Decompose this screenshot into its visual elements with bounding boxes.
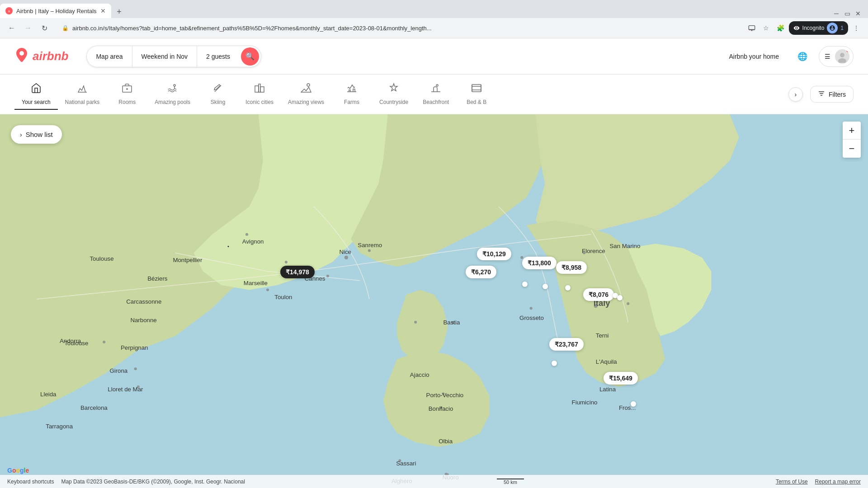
header: airbnb Map area Weekend in Nov 2 guests … — [0, 38, 868, 75]
menu-button[interactable]: ⋮ — [850, 22, 863, 34]
category-farms[interactable]: Farms — [331, 79, 372, 110]
category-iconic-cities[interactable]: Iconic cities — [238, 79, 281, 110]
category-amazing-pools[interactable]: Amazing pools — [147, 79, 198, 110]
svg-text:Perpignan: Perpignan — [121, 344, 148, 351]
svg-rect-15 — [472, 84, 481, 92]
dot-marker-6[interactable] — [631, 401, 636, 407]
category-label-rooms: Rooms — [118, 99, 136, 105]
report-error-link[interactable]: Report a map error — [815, 479, 861, 485]
price-marker-23767[interactable]: ₹23,767 — [549, 338, 584, 351]
price-marker-10129[interactable]: ₹10,129 — [477, 248, 511, 260]
terms-of-use-link[interactable]: Terms of Use — [776, 479, 808, 485]
dot-marker-3[interactable] — [565, 285, 571, 291]
svg-text:Andorra: Andorra — [60, 338, 81, 344]
attribution-text: Map Data ©2023 GeoBasis-DE/BKG (©2009), … — [61, 479, 245, 485]
logo[interactable]: airbnb — [14, 47, 68, 65]
cast-button[interactable] — [745, 22, 758, 34]
svg-text:Ajaccio: Ajaccio — [410, 371, 429, 378]
browser-tab[interactable]: a Airbnb | Italy – Holiday Rentals ✕ — [0, 4, 111, 18]
bookmark-button[interactable]: ☆ — [760, 22, 773, 34]
category-label-national-parks: National parks — [65, 99, 100, 105]
national-parks-icon — [77, 83, 88, 95]
svg-point-21 — [245, 233, 248, 236]
svg-point-14 — [436, 84, 438, 86]
category-countryside[interactable]: Countryside — [372, 79, 415, 110]
search-location[interactable]: Map area — [87, 46, 132, 67]
svg-text:Carcassonne: Carcassonne — [126, 298, 161, 305]
price-marker-8076[interactable]: ₹8,076 — [583, 288, 614, 301]
category-skiing[interactable]: Skiing — [198, 79, 238, 110]
close-tab-button[interactable]: ✕ — [100, 7, 106, 14]
app-content: airbnb Map area Weekend in Nov 2 guests … — [0, 38, 868, 488]
skiing-icon — [212, 83, 223, 95]
category-amazing-views[interactable]: Amazing views — [281, 79, 331, 110]
reload-button[interactable]: ↻ — [38, 22, 51, 34]
language-button[interactable]: 🌐 — [793, 47, 811, 66]
category-label-amazing-pools: Amazing pools — [155, 99, 190, 105]
dot-marker-7[interactable] — [617, 295, 623, 300]
extensions-button[interactable]: 🧩 — [774, 22, 787, 34]
hamburger-icon: ☰ — [825, 53, 830, 60]
map-links: Terms of Use Report a map error — [776, 479, 861, 485]
svg-point-22 — [368, 249, 371, 252]
incognito-label: Incognito — [802, 25, 825, 31]
zoom-controls: + − — [843, 122, 861, 158]
category-rooms[interactable]: Rooms — [107, 79, 147, 110]
svg-text:Tarragona: Tarragona — [46, 423, 73, 430]
back-button[interactable]: ← — [5, 22, 18, 34]
svg-point-29 — [627, 302, 629, 305]
dot-marker-1[interactable] — [522, 282, 528, 287]
close-window-button[interactable]: ✕ — [854, 9, 863, 18]
price-marker-13800[interactable]: ₹13,800 — [522, 257, 557, 269]
search-bar[interactable]: Map area Weekend in Nov 2 guests 🔍 — [86, 46, 261, 67]
host-button[interactable]: Airbnb your home — [722, 47, 786, 66]
svg-point-35 — [103, 341, 105, 343]
svg-point-3 — [751, 30, 752, 31]
zoom-in-button[interactable]: + — [843, 122, 861, 140]
iconic-cities-icon — [254, 83, 265, 95]
lock-icon: 🔒 — [62, 25, 69, 31]
category-label-beachfront: Beachfront — [423, 99, 449, 105]
category-label-iconic-cities: Iconic cities — [245, 99, 274, 105]
dot-marker-2[interactable] — [542, 284, 548, 289]
dot-marker-5[interactable] — [552, 361, 557, 366]
minimize-button[interactable]: ─ — [832, 9, 841, 18]
address-bar[interactable]: 🔒 airbnb.co.in/s/Italy/homes?tab_id=home… — [54, 21, 742, 35]
zoom-out-button[interactable]: − — [843, 140, 861, 158]
price-marker-14978[interactable]: ₹14,978 — [280, 266, 315, 278]
category-beachfront[interactable]: Beachfront — [415, 79, 456, 110]
price-marker-6270[interactable]: ₹6,270 — [466, 266, 496, 278]
map-container[interactable]: Nice Sanremo Cannes Marseille Toulon Mon… — [0, 114, 868, 488]
svg-point-13 — [307, 84, 310, 86]
search-dates[interactable]: Weekend in Nov — [132, 46, 197, 67]
maximize-button[interactable]: ▭ — [843, 9, 852, 18]
notification-number: 1 — [840, 25, 844, 31]
category-label-amazing-views: Amazing views — [288, 99, 324, 105]
header-actions: Airbnb your home 🌐 ☰ 1 — [722, 46, 854, 67]
scale-bar: 50 km — [497, 479, 524, 485]
svg-text:Lloret de Mar: Lloret de Mar — [108, 386, 143, 393]
svg-point-24 — [326, 275, 329, 277]
price-marker-15649[interactable]: ₹15,649 — [604, 372, 638, 385]
category-your-search[interactable]: Your search — [14, 79, 58, 110]
forward-button[interactable]: → — [22, 22, 34, 34]
new-tab-button[interactable]: + — [113, 5, 126, 18]
category-bed-breakfast[interactable]: Bed & B — [456, 79, 497, 110]
svg-point-9 — [174, 84, 175, 86]
filters-button[interactable]: Filters — [810, 86, 854, 103]
svg-text:Bastia: Bastia — [443, 319, 460, 326]
menu-profile-button[interactable]: ☰ 1 — [819, 46, 854, 67]
category-national-parks[interactable]: National parks — [58, 79, 107, 110]
map-bottom-bar: Keyboard shortcuts Map Data ©2023 GeoBas… — [0, 475, 868, 488]
svg-text:Porto-Vecchio: Porto-Vecchio — [426, 392, 464, 399]
show-list-button[interactable]: › Show list — [11, 125, 62, 144]
filters-label: Filters — [829, 91, 846, 98]
svg-text:Fiumicino: Fiumicino — [572, 399, 598, 406]
price-marker-8958[interactable]: ₹8,958 — [556, 261, 587, 274]
window-controls: ─ ▭ ✕ — [826, 9, 868, 18]
category-next-button[interactable]: › — [788, 87, 803, 102]
rooms-icon — [122, 83, 132, 95]
search-guests[interactable]: 2 guests — [197, 46, 239, 67]
keyboard-shortcuts-link[interactable]: Keyboard shortcuts — [7, 479, 54, 485]
search-button[interactable]: 🔍 — [241, 47, 259, 66]
